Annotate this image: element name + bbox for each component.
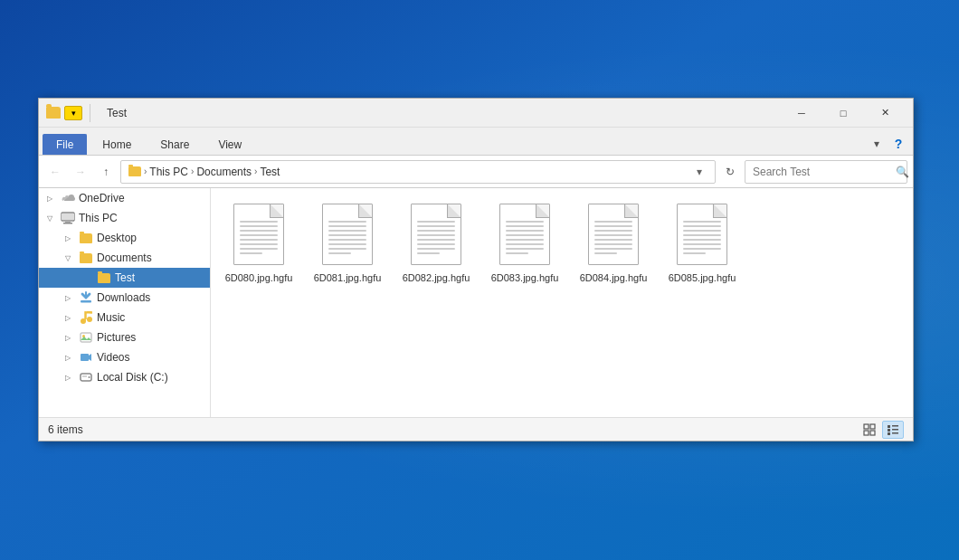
sidebar-item-videos[interactable]: ▷ Videos	[39, 347, 210, 367]
doc-line	[417, 230, 455, 232]
sidebar-item-pictures[interactable]: ▷ Pictures	[39, 327, 210, 347]
doc-line	[328, 230, 366, 232]
maximize-button[interactable]: □	[822, 99, 864, 128]
sidebar-label-localdisk: Local Disk (C:)	[97, 371, 206, 384]
file-item-5[interactable]: 6D085.jpg.hgfu	[661, 195, 743, 289]
svg-rect-4	[81, 300, 91, 303]
path-thispc[interactable]: This PC	[149, 166, 188, 178]
search-icon[interactable]: 🔍	[896, 161, 909, 183]
view-controls	[859, 421, 904, 439]
sidebar-label-documents: Documents	[97, 252, 206, 264]
doc-line	[506, 234, 544, 236]
doc-line	[240, 239, 278, 241]
sidebar-item-onedrive[interactable]: ▷ OneDrive	[39, 188, 210, 208]
tab-share[interactable]: Share	[147, 134, 203, 155]
file-item-2[interactable]: 6D082.jpg.hgfu	[395, 195, 477, 289]
title-bar: ▾ Test ─ □ ✕	[39, 99, 913, 128]
expand-icon-documents[interactable]: ▽	[61, 251, 75, 265]
documents-icon	[79, 251, 93, 265]
back-button[interactable]: ←	[44, 161, 66, 183]
doc-lines-0	[240, 221, 278, 254]
doc-line	[594, 225, 632, 227]
sidebar-item-localdisk[interactable]: ▷ Local Disk (C:)	[39, 367, 210, 387]
path-dropdown-btn[interactable]: ▾	[691, 163, 707, 181]
sidebar-item-downloads[interactable]: ▷ Downloads	[39, 288, 210, 308]
doc-line	[594, 243, 632, 245]
doc-line	[328, 221, 366, 223]
doc-line	[328, 234, 366, 236]
doc-line	[594, 248, 632, 250]
up-button[interactable]: ↑	[95, 161, 117, 183]
sidebar-item-music[interactable]: ▷ Music	[39, 308, 210, 327]
file-name-1: 6D081.jpg.hgfu	[314, 271, 382, 284]
sidebar-item-desktop[interactable]: ▷ Desktop	[39, 228, 210, 248]
tab-home[interactable]: Home	[89, 134, 145, 155]
forward-button[interactable]: →	[70, 161, 91, 183]
expand-icon-downloads[interactable]: ▷	[61, 290, 75, 305]
expand-icon-test[interactable]	[79, 271, 93, 285]
svg-rect-3	[63, 223, 72, 224]
file-name-2: 6D082.jpg.hgfu	[403, 271, 470, 284]
localdisk-icon	[79, 370, 93, 384]
close-button[interactable]: ✕	[864, 99, 906, 128]
path-folder-icon	[128, 166, 141, 176]
minimize-button[interactable]: ─	[781, 99, 822, 128]
doc-line	[417, 248, 455, 250]
expand-icon-videos[interactable]: ▷	[61, 350, 75, 365]
expand-icon-music[interactable]: ▷	[61, 310, 75, 325]
expand-icon-localdisk[interactable]: ▷	[61, 370, 75, 384]
grid-view-button[interactable]	[859, 421, 880, 439]
file-name-5: 6D085.jpg.hgfu	[669, 271, 736, 284]
path-test[interactable]: Test	[260, 166, 280, 178]
svg-rect-21	[888, 432, 890, 435]
address-path[interactable]: › This PC › Documents › Test ▾	[120, 160, 716, 184]
doc-icon-3	[499, 204, 550, 265]
file-icon-1	[318, 201, 376, 268]
svg-rect-17	[888, 425, 890, 428]
tab-view[interactable]: View	[204, 134, 255, 155]
doc-line	[683, 230, 721, 232]
tab-file[interactable]: File	[43, 134, 87, 155]
expand-icon-desktop[interactable]: ▷	[61, 231, 75, 245]
search-input[interactable]	[745, 166, 896, 178]
doc-lines-2	[417, 221, 455, 254]
svg-rect-16	[870, 431, 875, 435]
sidebar-item-thispc[interactable]: ▽ This PC	[39, 208, 210, 228]
list-view-button[interactable]	[882, 421, 904, 439]
doc-lines-5	[683, 221, 721, 254]
doc-lines-1	[328, 221, 366, 254]
file-item-1[interactable]: 6D081.jpg.hgfu	[307, 195, 388, 289]
window-controls: ─ □ ✕	[781, 99, 906, 128]
quick-access-button[interactable]: ▾	[64, 106, 82, 120]
path-documents[interactable]: Documents	[196, 166, 252, 178]
expand-icon[interactable]: ▷	[43, 191, 57, 205]
doc-lines-3	[506, 221, 544, 254]
doc-line	[683, 225, 721, 227]
file-icon-4	[584, 201, 642, 268]
downloads-icon	[79, 290, 93, 305]
sidebar-label-downloads: Downloads	[97, 291, 206, 304]
doc-line	[506, 230, 544, 232]
sidebar-label-pictures: Pictures	[97, 331, 206, 344]
search-box: 🔍	[745, 160, 907, 184]
doc-icon-5	[677, 204, 727, 265]
ribbon-tabs: File Home Share View ▾ ?	[39, 128, 913, 155]
main-content: ▷ OneDrive ▽ This PC ▷ Desktop	[39, 188, 913, 417]
pictures-icon	[79, 330, 93, 345]
doc-line	[328, 225, 366, 227]
file-item-3[interactable]: 6D083.jpg.hgfu	[484, 195, 565, 289]
sidebar-item-documents[interactable]: ▽ Documents	[39, 248, 210, 268]
help-button[interactable]: ?	[888, 133, 909, 155]
svg-rect-14	[870, 424, 875, 429]
svg-point-6	[87, 317, 92, 322]
doc-line	[594, 221, 632, 223]
doc-line	[240, 243, 278, 245]
refresh-button[interactable]: ↻	[719, 161, 741, 183]
sidebar-item-test[interactable]: Test	[39, 268, 210, 288]
expand-icon-thispc[interactable]: ▽	[43, 211, 57, 225]
expand-icon-pictures[interactable]: ▷	[61, 330, 75, 345]
file-item-0[interactable]: 6D080.jpg.hgfu	[218, 195, 299, 289]
ribbon-collapse-btn[interactable]: ▾	[866, 133, 888, 155]
file-item-4[interactable]: 6D084.jpg.hgfu	[573, 195, 654, 289]
doc-icon-0	[233, 204, 284, 265]
